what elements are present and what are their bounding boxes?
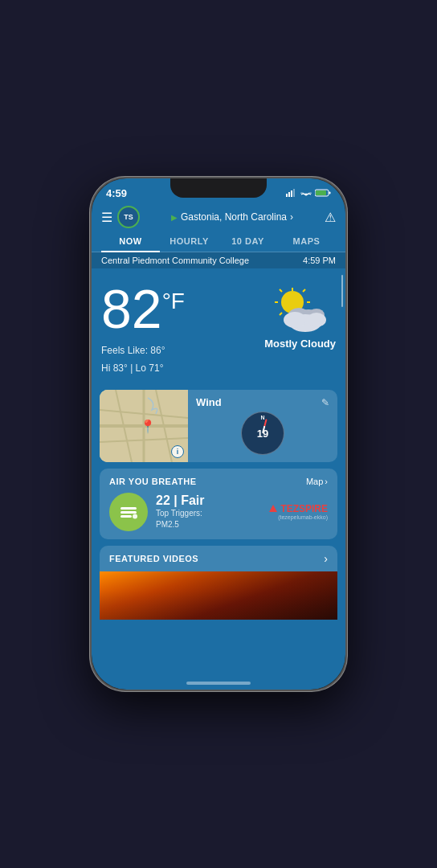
tezspire-triangle-icon <box>268 504 278 514</box>
map-pin-icon: 📍 <box>140 419 156 434</box>
wifi-icon <box>300 189 312 197</box>
notch <box>170 178 267 198</box>
tabs-bar: NOW HOURLY 10 DAY MAPS <box>92 231 345 252</box>
menu-icon[interactable]: ☰ <box>101 210 112 225</box>
nav-left: ☰ TS <box>101 206 140 228</box>
temp-details: Feels Like: 86° Hi 83° | Lo 71° <box>101 342 264 377</box>
aq-value: 22 | Fair <box>156 493 260 508</box>
tab-maps[interactable]: MAPS <box>277 231 336 252</box>
svg-rect-1 <box>288 192 290 197</box>
tab-now[interactable]: NOW <box>101 231 160 252</box>
feels-like: Feels Like: 86° <box>101 342 264 360</box>
station-name: Central Piedmont Community College <box>101 256 249 265</box>
featured-title: FEATURED VIDEOS <box>109 554 198 563</box>
temperature-section: 82°F Feels Like: 86° Hi 83° | Lo 71° <box>101 281 264 377</box>
screen: 4:59 <box>92 178 345 690</box>
aq-number: 22 <box>156 493 170 507</box>
hi-lo: Hi 83° | Lo 71° <box>101 360 264 378</box>
wind-speed: 19 <box>257 428 268 440</box>
video-thumbnail <box>100 571 337 620</box>
wind-header: Wind ✎ <box>196 396 329 408</box>
aq-info: 22 | Fair Top Triggers: PM2.5 <box>156 493 260 530</box>
tezspire-name: TEZSPIRE <box>280 503 328 514</box>
aq-triggers-label: Top Triggers: <box>156 509 202 518</box>
tezspire-logo: TEZSPIRE (tezepelumab-ekko) <box>268 503 328 521</box>
svg-point-20 <box>284 312 306 328</box>
current-time: 4:59 PM <box>303 256 336 265</box>
location-subheader: Central Piedmont Community College 4:59 … <box>92 252 345 268</box>
svg-line-14 <box>303 289 305 292</box>
featured-chevron-icon: › <box>324 552 328 565</box>
weather-condition: Mostly Cloudy <box>264 338 336 350</box>
signal-icon <box>286 189 297 197</box>
status-icons <box>286 189 331 197</box>
svg-rect-3 <box>293 189 295 197</box>
air-quality-card: AIR YOU BREATHE Map › <box>100 469 337 539</box>
temperature-display: 82°F <box>101 281 264 336</box>
aq-header: AIR YOU BREATHE Map › <box>109 477 328 486</box>
featured-videos-card[interactable]: FEATURED VIDEOS › <box>100 546 337 620</box>
location-button[interactable]: ▶ Gastonia, North Carolina › <box>171 211 293 223</box>
location-pin-icon: ▶ <box>171 213 178 222</box>
wind-title: Wind <box>196 396 222 408</box>
featured-videos-header: FEATURED VIDEOS › <box>100 546 337 571</box>
tab-hourly[interactable]: HOURLY <box>160 231 218 252</box>
svg-rect-31 <box>120 515 132 518</box>
aq-triggers-value: PM2.5 <box>156 520 179 529</box>
nav-header: ☰ TS ▶ Gastonia, North Carolina › ⚠ <box>92 203 345 231</box>
svg-rect-2 <box>291 190 292 197</box>
svg-point-21 <box>307 313 326 327</box>
tab-10day[interactable]: 10 DAY <box>218 231 277 252</box>
aq-icon <box>117 501 140 523</box>
wind-section: Wind ✎ N 19 <box>188 390 337 462</box>
weather-condition-icon <box>268 285 333 333</box>
aq-content: 22 | Fair Top Triggers: PM2.5 TEZSPIRE <box>109 493 328 531</box>
compass-north-label: N <box>260 415 264 420</box>
logo-text: TS <box>124 213 133 221</box>
status-time: 4:59 <box>106 187 127 199</box>
svg-rect-6 <box>316 190 326 195</box>
home-indicator <box>186 682 251 685</box>
svg-line-12 <box>280 289 282 292</box>
svg-line-15 <box>280 313 282 315</box>
temp-value: 82 <box>101 278 162 339</box>
battery-icon <box>315 189 331 197</box>
svg-rect-30 <box>120 511 137 514</box>
phone-frame: 4:59 <box>90 177 347 691</box>
app-logo[interactable]: TS <box>117 206 140 228</box>
aq-map-link[interactable]: Map › <box>306 477 328 486</box>
aq-triggers: Top Triggers: PM2.5 <box>156 508 260 530</box>
compass: N 19 <box>241 411 284 455</box>
wind-card: 📍 i Wind ✎ N 19 <box>100 390 337 462</box>
location-chevron-icon: › <box>290 211 293 223</box>
map-section[interactable]: 📍 i <box>100 390 188 462</box>
aq-map-text: Map <box>306 477 323 486</box>
alert-icon[interactable]: ⚠ <box>325 210 336 225</box>
svg-point-32 <box>133 514 137 519</box>
scroll-indicator <box>341 275 343 307</box>
tezspire-brand: TEZSPIRE <box>268 503 328 514</box>
wind-edit-icon[interactable]: ✎ <box>321 397 329 408</box>
aq-label: Fair <box>181 493 204 507</box>
svg-rect-29 <box>120 507 137 510</box>
svg-rect-0 <box>286 194 288 197</box>
temp-unit: °F <box>162 289 185 313</box>
location-text: Gastonia, North Carolina <box>181 211 287 223</box>
tezspire-subtitle: (tezepelumab-ekko) <box>278 514 328 521</box>
svg-marker-33 <box>269 505 277 512</box>
svg-rect-5 <box>329 192 331 194</box>
aq-chevron-icon: › <box>325 477 328 486</box>
weather-icon-section: Mostly Cloudy <box>264 281 336 350</box>
aq-badge <box>109 493 148 531</box>
aq-title: AIR YOU BREATHE <box>109 477 197 486</box>
weather-main: 82°F Feels Like: 86° Hi 83° | Lo 71° <box>92 268 345 383</box>
